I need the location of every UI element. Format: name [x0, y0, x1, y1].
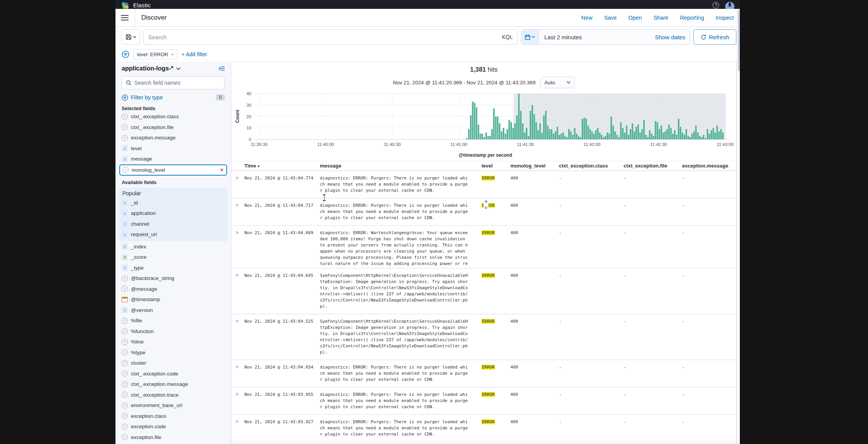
elastic-logo-icon[interactable]	[121, 2, 129, 9]
histogram-bar[interactable]	[545, 111, 547, 139]
histogram-bar[interactable]	[587, 126, 589, 139]
histogram-bar[interactable]	[522, 123, 523, 139]
histogram-bar[interactable]	[483, 137, 485, 139]
histogram-bar[interactable]	[547, 126, 549, 139]
help-icon[interactable]: ?	[712, 2, 719, 8]
collapse-sidebar-icon[interactable]	[218, 66, 225, 71]
histogram-bar[interactable]	[555, 131, 556, 139]
table-row[interactable]: >Nov 21, 2024 @ 11:43:04.645Symfony\Comp…	[231, 268, 736, 314]
histogram-bar[interactable]	[485, 132, 487, 139]
sort-desc-icon[interactable]: ▾	[258, 164, 259, 168]
histogram-bar[interactable]	[528, 136, 529, 139]
user-avatar[interactable]	[725, 2, 734, 9]
column-header-ctxt-exception-class[interactable]: ctxt_exception.class	[557, 161, 622, 171]
nav-link-open[interactable]: Open	[628, 15, 642, 21]
histogram-bar[interactable]	[568, 129, 570, 139]
field-item[interactable]: ?ctxt_.exception.class	[122, 111, 225, 122]
nav-link-save[interactable]: Save	[604, 15, 617, 21]
histogram-bar[interactable]	[624, 132, 625, 139]
histogram-bar[interactable]	[566, 137, 568, 139]
menu-icon[interactable]	[121, 15, 129, 21]
add-filter-link[interactable]: + Add filter	[181, 51, 207, 57]
histogram-bar[interactable]	[499, 123, 500, 139]
histogram-bar[interactable]	[505, 134, 506, 139]
histogram-bar[interactable]	[468, 129, 470, 139]
remove-filter-icon[interactable]: ×	[171, 52, 174, 57]
histogram-bar[interactable]	[664, 131, 666, 139]
field-item[interactable]: t_id	[122, 198, 225, 208]
field-item[interactable]: ?exception.file	[122, 432, 225, 443]
histogram-bar[interactable]	[576, 134, 577, 139]
histogram-bar[interactable]	[541, 132, 543, 139]
field-item[interactable]: tchannel	[122, 219, 225, 230]
remove-field-icon[interactable]: ✕	[220, 167, 224, 173]
column-header-level[interactable]: level	[480, 161, 509, 171]
refresh-button[interactable]: Refresh	[693, 29, 736, 45]
field-item[interactable]: ?@backtrace_string	[122, 273, 225, 284]
histogram-bar[interactable]	[720, 129, 722, 139]
histogram-bar[interactable]	[639, 132, 641, 139]
column-header-message[interactable]: message	[318, 161, 480, 171]
show-dates-link[interactable]: Show dates	[651, 30, 690, 44]
histogram-bar[interactable]	[520, 111, 522, 139]
histogram-bar[interactable]	[691, 134, 693, 139]
table-row[interactable]: >Nov 21, 2024 @ 11:43:04.034diagnostics:…	[231, 360, 736, 387]
histogram-bar[interactable]	[526, 128, 527, 139]
table-row[interactable]: >Nov 21, 2024 @ 11:43:03.927diagnostics:…	[231, 414, 736, 442]
histogram-bar[interactable]	[668, 124, 670, 139]
histogram-bar[interactable]	[470, 116, 472, 139]
filter-chip[interactable]: level: ERROR ×	[133, 49, 177, 59]
histogram-bar[interactable]	[501, 131, 502, 139]
histogram-bar[interactable]	[595, 130, 597, 139]
histogram-bar[interactable]	[493, 109, 495, 139]
histogram-bar[interactable]	[466, 138, 468, 139]
expand-row-icon[interactable]: >	[231, 171, 243, 198]
histogram-bar[interactable]	[478, 124, 479, 139]
histogram-bar[interactable]	[643, 120, 645, 139]
field-item[interactable]: ?exception.class	[122, 411, 225, 422]
column-header-time[interactable]: Time▾	[243, 161, 318, 171]
histogram-bar[interactable]	[711, 130, 712, 139]
histogram-bar[interactable]	[480, 134, 481, 139]
histogram-bar[interactable]	[580, 137, 581, 139]
histogram-bar[interactable]	[686, 129, 687, 139]
histogram-bar[interactable]	[636, 127, 637, 139]
field-item[interactable]: t_type	[122, 263, 225, 273]
histogram-bar[interactable]	[662, 132, 664, 139]
histogram-bar[interactable]	[603, 137, 604, 139]
time-range-value[interactable]: Last 2 minutes	[539, 30, 651, 44]
histogram-bar[interactable]	[620, 122, 622, 139]
histogram-bar[interactable]	[641, 129, 643, 139]
histogram-bar[interactable]	[589, 129, 591, 139]
histogram-bar[interactable]	[534, 114, 535, 139]
table-row[interactable]: >Nov 21, 2024 @ 11:43:04.689diagnostics:…	[231, 225, 736, 268]
histogram-bar[interactable]	[659, 129, 660, 139]
table-row[interactable]: >Nov 21, 2024 @ 11:43:03.917diagnostics:…	[231, 442, 736, 444]
histogram-bar[interactable]	[514, 123, 516, 139]
field-item[interactable]: ?%file	[122, 315, 225, 326]
field-item[interactable]: ?exception.message	[122, 132, 225, 143]
histogram-bar[interactable]	[476, 107, 477, 139]
histogram-bar[interactable]	[682, 132, 683, 139]
histogram-bar[interactable]	[712, 128, 714, 139]
field-item[interactable]: t@version	[122, 305, 225, 316]
expand-row-icon[interactable]: >	[231, 415, 243, 442]
histogram-bar[interactable]	[553, 134, 554, 139]
scrollbar[interactable]	[737, 9, 740, 444]
histogram-bar[interactable]	[657, 122, 658, 139]
histogram-bar[interactable]	[537, 130, 539, 139]
histogram-bar[interactable]	[722, 132, 724, 139]
histogram-bar[interactable]	[678, 119, 679, 139]
interval-select[interactable]: Auto	[540, 77, 575, 88]
field-item[interactable]: ?ctxt_.exception.trace	[122, 390, 225, 400]
table-row[interactable]: >Nov 21, 2024 @ 11:43:04.774diagnostics:…	[231, 171, 736, 198]
histogram-bar[interactable]	[474, 103, 475, 139]
search-input[interactable]: Search KQL	[143, 29, 518, 45]
histogram-bar[interactable]	[618, 137, 620, 139]
histogram-bar[interactable]	[661, 126, 662, 139]
histogram-bar[interactable]	[687, 136, 689, 139]
column-header-exception-message[interactable]: exception.message	[681, 161, 736, 171]
field-item[interactable]: #_score	[122, 252, 225, 263]
histogram-bar[interactable]	[637, 124, 639, 139]
filter-by-type[interactable]: Filter by type 0	[122, 93, 225, 102]
